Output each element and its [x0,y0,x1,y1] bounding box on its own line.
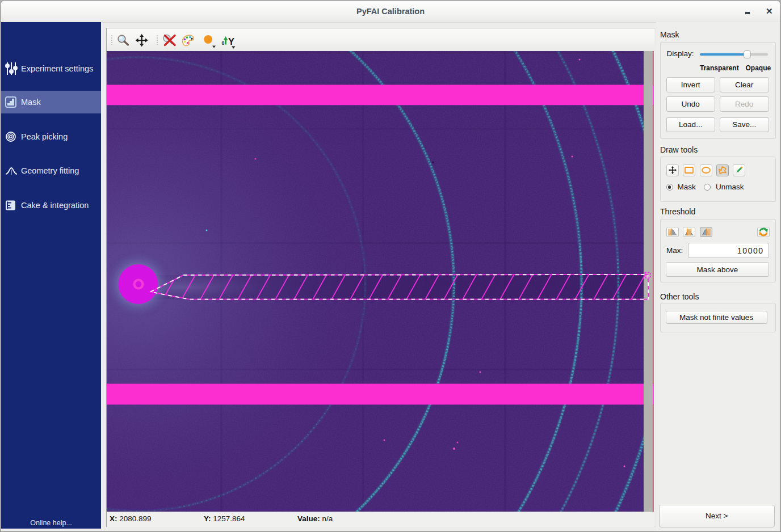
svg-text:Y: Y [228,36,234,47]
svg-text:0: 0 [222,40,225,46]
